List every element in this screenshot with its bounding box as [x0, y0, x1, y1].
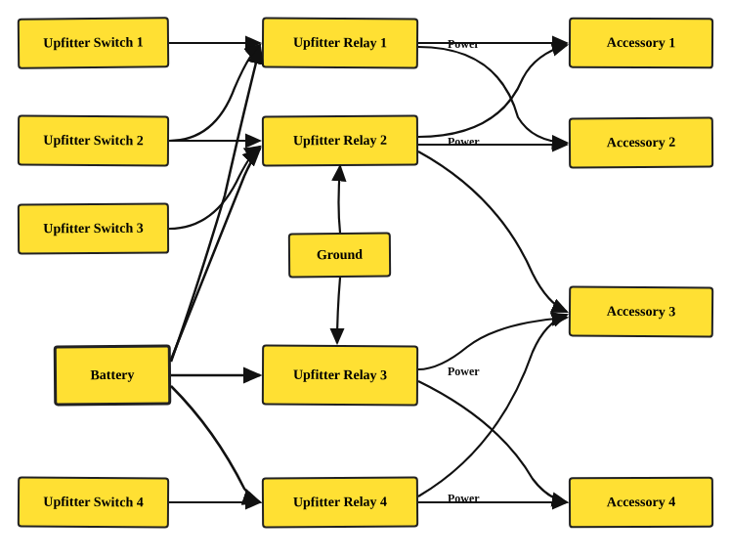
- upfitter-relay-4: Upfitter Relay 4: [262, 476, 418, 528]
- upfitter-switch-1: Upfitter Switch 1: [18, 17, 169, 68]
- accessory-1: Accessory 1: [569, 18, 713, 69]
- upfitter-relay-1: Upfitter Relay 1: [262, 17, 418, 68]
- accessory-2: Accessory 2: [569, 116, 713, 168]
- accessory-3: Accessory 3: [569, 285, 713, 337]
- power-label-1: Power: [448, 37, 480, 52]
- upfitter-relay-2: Upfitter Relay 2: [262, 115, 418, 167]
- battery-node: Battery: [54, 344, 172, 406]
- upfitter-switch-4: Upfitter Switch 4: [18, 476, 169, 528]
- upfitter-switch-3: Upfitter Switch 3: [18, 203, 169, 255]
- diagram-container: Upfitter Switch 1 Upfitter Switch 2 Upfi…: [0, 0, 731, 560]
- power-label-3: Power: [448, 365, 480, 379]
- upfitter-switch-2: Upfitter Switch 2: [18, 115, 169, 167]
- accessory-4: Accessory 4: [569, 477, 713, 529]
- ground-node: Ground: [288, 233, 391, 279]
- upfitter-relay-3: Upfitter Relay 3: [262, 345, 418, 407]
- power-label-4: Power: [448, 492, 480, 506]
- power-label-2: Power: [448, 135, 480, 150]
